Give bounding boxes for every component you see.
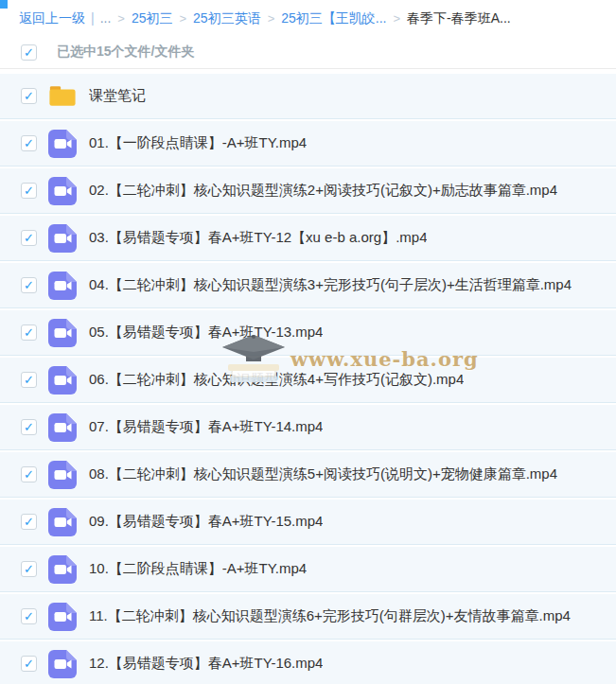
file-checkbox[interactable]: ✓ — [21, 324, 37, 341]
corner-fragment — [0, 0, 8, 9]
file-list: ✓课堂笔记✓01.【一阶段点睛课】-A+班TY.mp4✓02.【二轮冲刺】核心知… — [0, 69, 616, 684]
file-checkbox[interactable]: ✓ — [21, 230, 37, 246]
file-checkbox[interactable]: ✓ — [21, 656, 37, 672]
check-icon: ✓ — [24, 326, 34, 339]
file-checkbox[interactable]: ✓ — [21, 183, 37, 199]
video-file-icon — [48, 650, 77, 678]
file-checkbox[interactable]: ✓ — [21, 419, 37, 435]
file-checkbox[interactable]: ✓ — [21, 135, 37, 151]
file-name: 03.【易错题专项】春A+班TY-12【xu e-b a.org】.mp4 — [89, 229, 427, 247]
check-icon: ✓ — [24, 184, 34, 197]
selection-count-label: 已选中15个文件/文件夹 — [57, 44, 194, 61]
breadcrumb-separator: > — [117, 11, 125, 26]
breadcrumb-pipe: | — [91, 10, 95, 26]
file-name: 07.【易错题专项】春A+班TY-14.mp4 — [89, 418, 323, 436]
file-name: 11.【二轮冲刺】核心知识题型演练6+完形技巧(句群层次)+友情故事篇章.mp4 — [89, 607, 571, 625]
video-file-icon — [48, 319, 77, 347]
check-icon: ✓ — [24, 374, 34, 386]
check-icon: ✓ — [24, 279, 34, 291]
file-row[interactable]: ✓08.【二轮冲刺】核心知识题型演练5+阅读技巧(说明文)+宠物健康篇章.mp4 — [0, 452, 616, 497]
breadcrumb-current: 春季下-春季班A... — [407, 10, 511, 26]
file-row[interactable]: ✓09.【易错题专项】春A+班TY-15.mp4 — [0, 500, 616, 544]
file-checkbox[interactable]: ✓ — [21, 561, 37, 577]
file-row[interactable]: ✓01.【一阶段点睛课】-A+班TY.mp4 — [0, 121, 616, 166]
file-row[interactable]: ✓10.【二阶段点睛课】-A+班TY.mp4 — [0, 547, 616, 591]
file-name: 12.【易错题专项】春A+班TY-16.mp4 — [89, 655, 323, 673]
breadcrumb-ellipsis[interactable]: ... — [100, 10, 112, 26]
check-icon: ✓ — [24, 563, 34, 575]
file-name: 01.【一阶段点睛课】-A+班TY.mp4 — [89, 134, 307, 152]
check-icon: ✓ — [24, 610, 34, 623]
video-file-icon — [48, 508, 77, 536]
file-row[interactable]: ✓12.【易错题专项】春A+班TY-16.mp4 — [0, 641, 616, 684]
file-row[interactable]: ✓06.【二轮冲刺】核心知识题型演练4+写作技巧(记叙文).mp4 — [0, 358, 616, 402]
check-icon: ✓ — [24, 516, 34, 528]
selection-bar: ✓ 已选中15个文件/文件夹 — [0, 36, 616, 69]
breadcrumb-link-2[interactable]: 25初三【王凯皎... — [281, 10, 386, 26]
file-name: 04.【二轮冲刺】核心知识题型演练3+完形技巧(句子层次)+生活哲理篇章.mp4 — [89, 276, 572, 294]
file-checkbox[interactable]: ✓ — [21, 277, 37, 293]
video-file-icon — [48, 130, 77, 158]
file-row[interactable]: ✓11.【二轮冲刺】核心知识题型演练6+完形技巧(句群层次)+友情故事篇章.mp… — [0, 594, 616, 639]
file-row[interactable]: ✓05.【易错题专项】春A+班TY-13.mp4 — [0, 310, 616, 355]
file-name: 10.【二阶段点睛课】-A+班TY.mp4 — [89, 560, 307, 578]
file-checkbox[interactable]: ✓ — [21, 88, 37, 104]
file-name: 06.【二轮冲刺】核心知识题型演练4+写作技巧(记叙文).mp4 — [89, 371, 464, 389]
folder-icon — [48, 82, 77, 111]
folder-name: 课堂笔记 — [89, 87, 146, 105]
file-row[interactable]: ✓02.【二轮冲刺】核心知识题型演练2+阅读技巧(记叙文)+励志故事篇章.mp4 — [0, 168, 616, 213]
breadcrumb-link-0[interactable]: 25初三 — [132, 10, 173, 26]
breadcrumb-link-1[interactable]: 25初三英语 — [193, 10, 261, 26]
file-row[interactable]: ✓07.【易错题专项】春A+班TY-14.mp4 — [0, 405, 616, 449]
breadcrumb: 返回上一级|...>25初三>25初三英语>25初三【王凯皎...>春季下-春季… — [0, 0, 616, 28]
video-file-icon — [48, 603, 77, 631]
breadcrumb-separator: > — [394, 11, 401, 26]
file-checkbox[interactable]: ✓ — [21, 466, 37, 482]
check-icon: ✓ — [24, 421, 34, 433]
check-icon: ✓ — [24, 90, 34, 102]
check-icon: ✓ — [24, 468, 34, 481]
file-checkbox[interactable]: ✓ — [21, 372, 37, 388]
select-all-checkbox[interactable]: ✓ — [21, 44, 37, 61]
file-name: 05.【易错题专项】春A+班TY-13.mp4 — [89, 324, 323, 342]
video-file-icon — [48, 555, 77, 584]
file-name: 09.【易错题专项】春A+班TY-15.mp4 — [89, 513, 323, 531]
file-row[interactable]: ✓04.【二轮冲刺】核心知识题型演练3+完形技巧(句子层次)+生活哲理篇章.mp… — [0, 263, 616, 307]
file-checkbox[interactable]: ✓ — [21, 514, 37, 530]
check-icon: ✓ — [24, 137, 34, 149]
file-row[interactable]: ✓课堂笔记 — [0, 74, 616, 118]
check-icon: ✓ — [24, 658, 34, 670]
file-row[interactable]: ✓03.【易错题专项】春A+班TY-12【xu e-b a.org】.mp4 — [0, 216, 616, 260]
video-file-icon — [48, 272, 77, 300]
video-file-icon — [48, 461, 77, 489]
video-file-icon — [48, 413, 77, 442]
breadcrumb-separator: > — [268, 11, 275, 26]
file-name: 08.【二轮冲刺】核心知识题型演练5+阅读技巧(说明文)+宠物健康篇章.mp4 — [89, 465, 557, 483]
check-icon: ✓ — [24, 46, 34, 59]
check-icon: ✓ — [24, 232, 34, 244]
file-checkbox[interactable]: ✓ — [21, 608, 37, 624]
video-file-icon — [48, 366, 77, 395]
video-file-icon — [48, 177, 77, 205]
video-file-icon — [48, 224, 77, 253]
breadcrumb-back-link[interactable]: 返回上一级 — [19, 10, 85, 26]
breadcrumb-separator: > — [179, 11, 186, 26]
file-name: 02.【二轮冲刺】核心知识题型演练2+阅读技巧(记叙文)+励志故事篇章.mp4 — [89, 182, 557, 200]
